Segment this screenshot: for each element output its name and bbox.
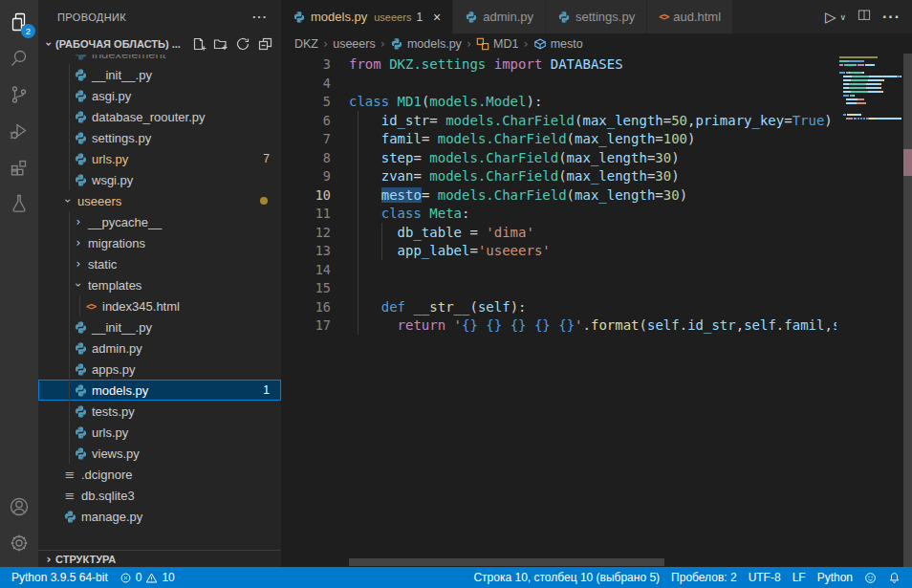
tree-file-item[interactable]: apps.py: [38, 359, 281, 380]
code-line[interactable]: 6 id_str= models.CharField(max_length=50…: [281, 112, 912, 131]
tree-file-item[interactable]: indexelement: [38, 54, 281, 64]
code-editor[interactable]: 3from DKZ.settings import DATABASES45cla…: [281, 54, 912, 567]
tree-file-item[interactable]: ≡.dcignore: [38, 464, 281, 485]
tab-models-py[interactable]: models.py useeers 1 ×: [281, 0, 453, 33]
indentation-status[interactable]: Пробелов: 2: [665, 567, 743, 588]
line-number[interactable]: 7: [281, 130, 331, 149]
eol-status[interactable]: LF: [787, 567, 812, 588]
tree-rows: indexelement__init__.pyasgi.pydatabase_r…: [38, 54, 281, 527]
tree-file-item[interactable]: asgi.py: [38, 85, 281, 106]
horizontal-scrollbar[interactable]: [349, 558, 664, 566]
split-editor-icon[interactable]: [857, 8, 872, 27]
vscode-window: 2: [0, 0, 912, 588]
line-number[interactable]: 9: [281, 167, 331, 186]
more-actions-icon[interactable]: ···: [252, 10, 268, 24]
code-token: 30: [663, 187, 680, 203]
breadcrumb-item-useeers[interactable]: useeers: [333, 37, 375, 51]
workspace-section-header[interactable]: › (РАБОЧАЯ ОБЛАСТЬ) ...: [38, 33, 281, 54]
tab-admin-py[interactable]: admin.py: [453, 0, 546, 33]
code-line[interactable]: 8 step= models.CharField(max_length=30): [281, 149, 912, 168]
python-version-status[interactable]: Python 3.9.5 64-bit: [6, 567, 114, 588]
tree-folder-item[interactable]: ›useeers: [38, 190, 281, 211]
line-number[interactable]: 13: [281, 242, 331, 261]
cursor-position-status[interactable]: Строка 10, столбец 10 (выбрано 5): [467, 567, 665, 588]
problems-status[interactable]: 0 10: [114, 567, 181, 588]
code-token: models.CharField: [438, 187, 567, 203]
code-line[interactable]: 7 famil= models.CharField(max_length=100…: [281, 130, 912, 149]
tab-settings-py[interactable]: settings.py: [546, 0, 647, 33]
tree-folder-item[interactable]: ›__pycache__: [38, 211, 281, 232]
tree-file-item[interactable]: __init__.py: [38, 64, 281, 85]
code-line[interactable]: 16 def __str__(self):: [281, 298, 912, 317]
tree-file-item[interactable]: urls.py: [38, 422, 281, 443]
search-icon[interactable]: [0, 40, 38, 76]
tree-file-item[interactable]: database_roouter.py: [38, 106, 281, 127]
line-number[interactable]: 4: [281, 75, 331, 94]
testing-icon[interactable]: [0, 185, 38, 222]
tree-file-item[interactable]: <>index345.html: [38, 295, 281, 316]
code-line[interactable]: 15: [281, 279, 912, 298]
tree-file-item[interactable]: wsgi.py: [38, 169, 281, 190]
minimap[interactable]: [836, 54, 903, 567]
line-number[interactable]: 6: [281, 112, 331, 131]
breadcrumb-item-dkz[interactable]: DKZ: [294, 37, 318, 51]
line-number[interactable]: 12: [281, 224, 331, 243]
tree-folder-item[interactable]: ›static: [38, 253, 281, 274]
vertical-scrollbar[interactable]: [903, 54, 912, 567]
notifications-bell-icon[interactable]: [882, 567, 906, 588]
tree-file-item[interactable]: settings.py: [38, 127, 281, 148]
breadcrumb-item-mesto[interactable]: mesto: [533, 37, 583, 51]
tab-aud-html[interactable]: <> aud.html: [647, 0, 733, 33]
feedback-icon[interactable]: [858, 567, 882, 588]
line-number[interactable]: 16: [281, 298, 331, 317]
tree-file-item[interactable]: tests.py: [38, 401, 281, 422]
code-line[interactable]: 13 app_label='useeers': [281, 242, 912, 261]
source-control-icon[interactable]: [0, 76, 38, 113]
code-token: [349, 225, 398, 240]
code-line[interactable]: 11 class Meta:: [281, 205, 912, 224]
line-number[interactable]: 5: [281, 93, 331, 112]
run-dropdown-icon[interactable]: ∨: [839, 12, 846, 22]
run-debug-icon[interactable]: [0, 113, 38, 149]
refresh-icon[interactable]: [235, 36, 250, 52]
more-actions-icon[interactable]: ···: [882, 9, 901, 26]
tree-folder-item[interactable]: ›templates: [38, 274, 281, 295]
extensions-icon[interactable]: [0, 149, 38, 185]
code-line[interactable]: 10 mesto= models.CharField(max_length=30…: [281, 186, 912, 206]
code-line[interactable]: 4: [281, 75, 912, 94]
breadcrumb-item-md1[interactable]: MD1: [476, 37, 518, 51]
tree-file-item[interactable]: manage.py: [38, 506, 281, 527]
line-number[interactable]: 10: [281, 186, 331, 206]
tree-folder-item[interactable]: ›migrations: [38, 232, 281, 253]
line-number[interactable]: 15: [281, 279, 331, 298]
language-status[interactable]: Python: [812, 567, 858, 588]
tree-file-item[interactable]: views.py: [38, 443, 281, 464]
tree-file-item[interactable]: __init__.py: [38, 316, 281, 338]
explorer-icon[interactable]: 2: [0, 4, 38, 40]
line-number[interactable]: 8: [281, 149, 331, 168]
tree-file-item[interactable]: admin.py: [38, 338, 281, 359]
code-line[interactable]: 3from DKZ.settings import DATABASES: [281, 55, 912, 75]
line-number[interactable]: 14: [281, 261, 331, 280]
run-icon[interactable]: ▷: [825, 9, 836, 26]
close-icon[interactable]: ×: [433, 10, 441, 25]
code-line[interactable]: 9 zvan= models.CharField(max_length=30): [281, 167, 912, 186]
code-line[interactable]: 17 return '{} {} {} {} {}'.format(self.i…: [281, 316, 912, 336]
code-line[interactable]: 5class MD1(models.Model):: [281, 93, 912, 112]
code-line[interactable]: 12 db_table = 'dima': [281, 224, 912, 243]
tree-file-item[interactable]: models.py1: [38, 380, 281, 401]
tree-file-item[interactable]: ≡db.sqlite3: [38, 485, 281, 506]
settings-gear-icon[interactable]: [0, 525, 38, 561]
collapse-all-icon[interactable]: [257, 36, 272, 52]
account-icon[interactable]: [0, 489, 38, 525]
outline-section-header[interactable]: › СТРУКТУРА: [38, 550, 281, 567]
encoding-status[interactable]: UTF-8: [743, 567, 787, 588]
line-number[interactable]: 11: [281, 205, 331, 224]
breadcrumb-item-models-py[interactable]: models.py: [390, 37, 462, 51]
new-file-icon[interactable]: [191, 36, 206, 52]
line-number[interactable]: 3: [281, 55, 331, 75]
tree-file-item[interactable]: urls.py7: [38, 148, 281, 169]
code-line[interactable]: 14: [281, 261, 912, 280]
line-number[interactable]: 17: [281, 316, 331, 336]
new-folder-icon[interactable]: [213, 36, 228, 52]
